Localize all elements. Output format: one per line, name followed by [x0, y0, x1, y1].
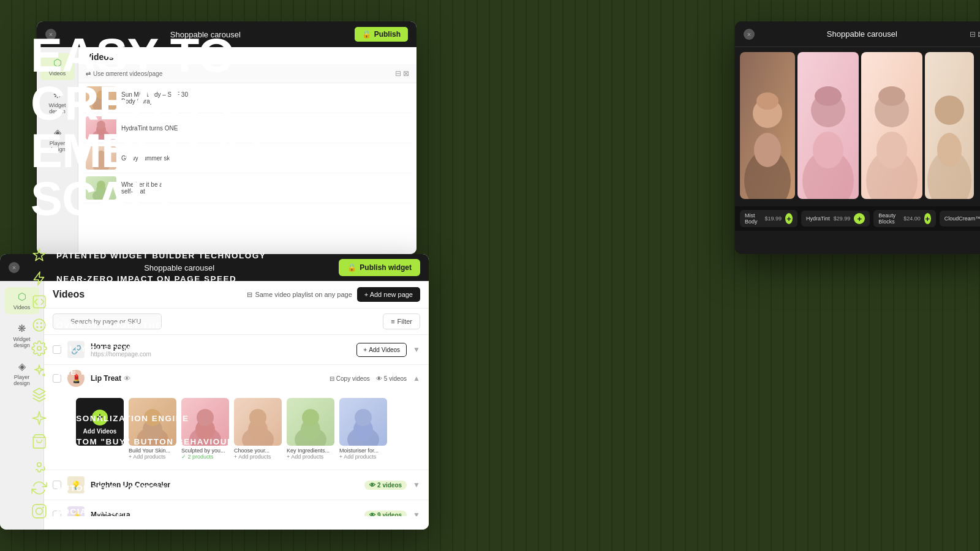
feature-text-rules: ADVANCED DISPLAY RULES, TRIGGERS, RESTRI…: [56, 460, 326, 470]
product-name-3: Beauty Blocks: [878, 212, 900, 225]
instagram-icon: [31, 503, 48, 520]
expand-lip-treat[interactable]: ▲: [413, 374, 420, 383]
hero-title: EASY TO CREATE, EMBED AT SCALE: [31, 31, 337, 222]
product-price-3: $24.00: [903, 216, 921, 222]
svg-point-35: [813, 132, 843, 168]
carousel-close[interactable]: ×: [744, 29, 755, 40]
product-chip-1: Mist Body $19.99 +: [740, 210, 797, 227]
expand-mymascara[interactable]: ▼: [413, 511, 420, 516]
carousel-photo-3: [861, 52, 922, 199]
product-name-1: Mist Body: [745, 212, 761, 225]
svg-point-1: [33, 319, 45, 331]
feature-item-customizable: FULLY CUSTOMIZABLE: [31, 340, 337, 357]
svg-point-46: [935, 96, 964, 125]
feature-text-automated: AUTOMATED CONTENT WIDGETS: [56, 484, 214, 493]
product-price-1: $19.99: [764, 216, 782, 222]
feature-item-bulk: BULK EMBEDDING: [31, 386, 337, 403]
product-chip-3: Beauty Blocks $24.00 +: [873, 210, 936, 227]
top-icons: ⊟ ⊠: [395, 69, 409, 78]
features-list: PATENTED WIDGET BUILDER TECHNOLOGY NEAR-…: [31, 247, 337, 520]
feature-item-rules: ADVANCED DISPLAY RULES, TRIGGERS, RESTRI…: [31, 456, 337, 473]
feature-text-bulk: BULK EMBEDDING: [56, 391, 145, 400]
feature-text-social: SOCIAL MEDIA FEEDS: [56, 507, 162, 516]
svg-rect-9: [32, 504, 46, 518]
svg-point-42: [878, 86, 905, 106]
hero-title-line1: EASY TO CREATE,: [31, 28, 235, 130]
product-add-3[interactable]: +: [924, 213, 931, 224]
svg-point-4: [36, 326, 38, 328]
sparkle-icon: [31, 247, 48, 264]
code-icon: [31, 293, 48, 310]
feature-text-personalization: PERSONALIZATION ENGINE: [56, 414, 189, 423]
carousel-icons: ⊟ ⊠: [970, 30, 980, 39]
hero-title-line2: EMBED AT SCALE: [31, 124, 270, 225]
sparkle2-icon: [31, 363, 48, 380]
carousel-photo-1: [740, 52, 795, 199]
lip-treat-count: 👁 5 videos: [376, 375, 407, 382]
carousel-title: Shoppable carousel: [755, 29, 970, 39]
feature-text-customizable: FULLY CUSTOMIZABLE: [56, 344, 167, 353]
feature-item-themes20: OVER 20 WIDGET THEMES: [31, 317, 337, 334]
carousel-titlebar: × Shoppable carousel ⊟ ⊠: [735, 21, 980, 47]
svg-point-3: [40, 322, 42, 324]
product-chip-4: CloudCream™ $15.00 +: [940, 211, 980, 227]
feature-item-speed: NEAR-ZERO IMPACT ON PAGE SPEED: [31, 270, 337, 287]
eye-icon-brighten: 👁: [369, 482, 375, 489]
mymascara-badge: 👁 9 videos: [364, 511, 407, 517]
product-add-2[interactable]: +: [854, 213, 865, 224]
eye-icon-count: 👁: [376, 375, 382, 382]
feature-item-onewidget: ONE WIDGET, DIFFERENT VIDEOS PER PAGE: [31, 363, 337, 380]
carousel-preview-window: × Shoppable carousel ⊟ ⊠: [735, 21, 980, 254]
carousel-photos-grid: [735, 47, 980, 206]
carousel-products-strip: Mist Body $19.99 + HydraTint $29.99 + Be…: [735, 206, 980, 231]
refresh-icon: [31, 479, 48, 497]
eye-icon-mymascara: 👁: [369, 512, 375, 517]
feature-item-automated: AUTOMATED CONTENT WIDGETS: [31, 479, 337, 497]
cart-icon: [31, 433, 48, 450]
svg-point-37: [815, 86, 842, 106]
svg-point-11: [42, 507, 44, 509]
svg-point-8: [37, 463, 42, 467]
carousel-photo-4: [925, 52, 974, 199]
carousel-photo-2: [797, 52, 859, 199]
feature-text-patented: PATENTED WIDGET BUILDER TECHNOLOGY: [56, 251, 266, 260]
feature-text-onewidget: ONE WIDGET, DIFFERENT VIDEOS PER PAGE: [56, 367, 272, 377]
svg-point-45: [937, 133, 962, 167]
product-chip-2: HydraTint $29.99 +: [801, 211, 870, 227]
feature-text-speed: NEAR-ZERO IMPACT ON PAGE SPEED: [56, 274, 236, 283]
feature-text-themes20: OVER 20 WIDGET THEMES: [56, 321, 183, 330]
svg-point-10: [36, 508, 43, 515]
product-name-2: HydraTint: [806, 216, 830, 222]
svg-point-6: [37, 347, 42, 351]
svg-point-5: [40, 326, 42, 328]
feature-item-buy: CUSTOM "BUY" BUTTON BEHAVIOUR: [31, 433, 337, 450]
feature-item-social: SOCIAL MEDIA FEEDS: [31, 503, 337, 520]
feature-item-patented: PATENTED WIDGET BUILDER TECHNOLOGY: [31, 247, 337, 264]
svg-point-40: [876, 132, 907, 168]
gear-icon: [31, 456, 48, 473]
product-name-4: CloudCream™: [944, 216, 980, 222]
sparkle3-icon: [31, 410, 48, 427]
brighten-badge: 👁 2 videos: [364, 481, 407, 490]
filter-button[interactable]: ≡ Filter: [383, 313, 420, 329]
settings-icon: [31, 340, 48, 357]
palette-icon: [31, 317, 48, 334]
svg-point-2: [36, 322, 38, 324]
left-panel: EASY TO CREATE, EMBED AT SCALE PATENTED …: [0, 0, 368, 551]
feature-text-theme: WORKS WITH ANY THEME & HEADLESS: [56, 298, 246, 307]
svg-point-32: [756, 92, 778, 110]
expand-brighten[interactable]: ▼: [413, 481, 420, 489]
layers-icon: [31, 386, 48, 403]
feature-text-buy: CUSTOM "BUY" BUTTON BEHAVIOUR: [56, 437, 234, 446]
svg-point-30: [754, 133, 781, 167]
expand-home[interactable]: ▼: [413, 345, 420, 354]
product-add-1[interactable]: +: [785, 213, 793, 224]
bolt-icon: [31, 270, 48, 287]
feature-item-theme: WORKS WITH ANY THEME & HEADLESS: [31, 293, 337, 310]
product-price-2: $29.99: [834, 216, 851, 222]
feature-item-personalization: PERSONALIZATION ENGINE: [31, 410, 337, 427]
filter-icon: ≡: [391, 318, 394, 325]
